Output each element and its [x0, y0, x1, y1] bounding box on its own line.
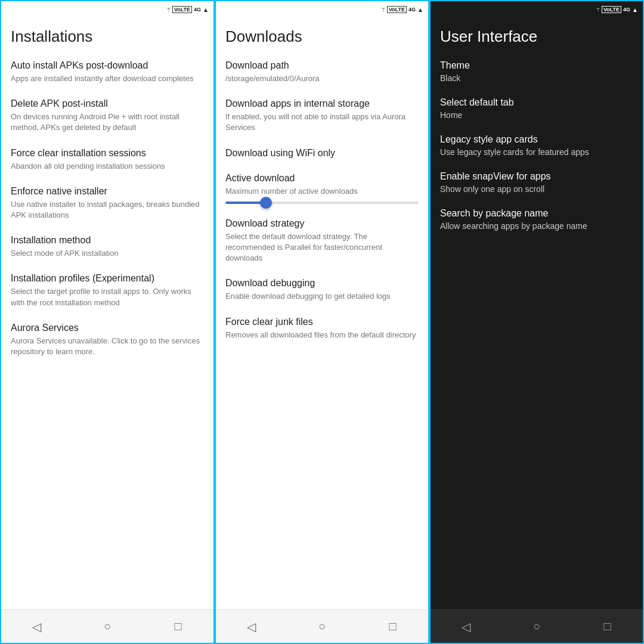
search-package-title: Search by package name	[440, 208, 633, 219]
auto-install-setting[interactable]: Auto install APKs post-download Apps are…	[11, 60, 204, 84]
delete-apk-title: Delete APK post-install	[11, 98, 204, 109]
wifi-icon-2: ⍑	[382, 7, 385, 13]
auto-install-title: Auto install APKs post-download	[11, 60, 204, 71]
aurora-services-setting[interactable]: Aurora Services Aurora Services unavaila…	[11, 323, 204, 357]
wifi-only-title: Download using WiFi only	[225, 148, 419, 159]
enforce-native-desc: Use native installer to install packages…	[11, 199, 204, 221]
nav-bar-installations: ◁ ○ □	[1, 609, 213, 643]
internal-storage-desc: If enabled, you will not able to install…	[225, 112, 419, 133]
default-tab-setting[interactable]: Select default tab Home	[440, 97, 633, 120]
force-clear-junk-desc: Removes all downloaded files from the de…	[225, 330, 419, 340]
download-path-title: Download path	[225, 60, 419, 71]
internal-storage-setting[interactable]: Download apps in internal storage If ena…	[225, 98, 419, 133]
ui-panel: ⍑ VoLTE 4G ▲ User Interface Theme Black …	[429, 0, 644, 644]
active-download-title: Active download	[225, 173, 419, 184]
aurora-services-title: Aurora Services	[11, 323, 204, 333]
install-profiles-desc: Select the target profile to install app…	[11, 286, 204, 308]
status-icons-downloads: ⍑ VoLTE 4G ▲	[382, 6, 423, 13]
signal-icon-2: ▲	[417, 7, 423, 13]
force-clear-junk-title: Force clear junk files	[225, 317, 419, 327]
snapview-subtitle: Show only one app on scroll	[440, 184, 633, 194]
home-button-installations[interactable]: ○	[95, 615, 119, 639]
network-4g-2: 4G	[408, 7, 416, 13]
signal-icon: ▲	[203, 7, 209, 13]
download-strategy-desc: Select the default download strategy. Th…	[225, 231, 419, 264]
status-icons: ⍑ VoLTE 4G ▲	[167, 6, 209, 13]
back-button-ui[interactable]: ◁	[454, 615, 478, 639]
downloads-panel: ⍑ VoLTE 4G ▲ Downloads Download path /st…	[215, 0, 429, 644]
status-bar-installations: ⍑ VoLTE 4G ▲	[1, 1, 213, 18]
home-button-downloads[interactable]: ○	[310, 615, 334, 639]
downloads-content: Downloads Download path /storage/emulate…	[216, 18, 428, 609]
status-bar-downloads: ⍑ VoLTE 4G ▲	[216, 1, 428, 18]
recent-button-ui[interactable]: □	[596, 615, 620, 639]
downloads-title: Downloads	[225, 27, 419, 46]
recent-button-installations[interactable]: □	[166, 615, 190, 639]
ui-content: User Interface Theme Black Select defaul…	[431, 18, 643, 609]
active-download-slider-container	[225, 202, 419, 204]
download-path-value: /storage/emulated/0/Aurora	[225, 73, 419, 84]
download-debugging-desc: Enable download debugging to get detaile…	[225, 291, 419, 302]
default-tab-subtitle: Home	[440, 110, 633, 120]
install-method-title: Installation method	[11, 235, 204, 246]
snapview-title: Enable snapView for apps	[440, 171, 633, 182]
legacy-cards-setting[interactable]: Legacy style app cards Use legacy style …	[440, 134, 633, 157]
force-clear-sessions-desc: Abandon all old pending installation ses…	[11, 161, 204, 172]
force-clear-sessions-title: Force clear installation sessions	[11, 148, 204, 159]
theme-title: Theme	[440, 60, 633, 71]
nav-bar-downloads: ◁ ○ □	[216, 609, 428, 643]
delete-apk-desc: On devices running Android Pie + with ro…	[11, 112, 204, 133]
back-button-downloads[interactable]: ◁	[239, 615, 263, 639]
volte-badge-3: VoLTE	[602, 6, 621, 13]
force-clear-sessions-setting[interactable]: Force clear installation sessions Abando…	[11, 148, 204, 172]
legacy-cards-title: Legacy style app cards	[440, 134, 633, 145]
network-4g-3: 4G	[623, 7, 630, 13]
nav-bar-ui: ◁ ○ □	[431, 609, 643, 643]
signal-icon-3: ▲	[632, 7, 638, 13]
install-profiles-title: Installation profiles (Experimental)	[11, 273, 204, 284]
installations-title: Installations	[11, 27, 204, 46]
recent-button-downloads[interactable]: □	[381, 615, 405, 639]
install-method-desc: Select mode of APK installation	[11, 248, 204, 259]
enforce-native-title: Enforce native installer	[11, 186, 204, 197]
theme-subtitle: Black	[440, 73, 633, 83]
status-bar-ui: ⍑ VoLTE 4G ▲	[431, 1, 643, 18]
theme-setting[interactable]: Theme Black	[440, 60, 633, 83]
ui-title: User Interface	[440, 27, 633, 46]
slider-fill	[225, 202, 264, 204]
slider-thumb[interactable]	[260, 197, 272, 209]
download-debugging-setting[interactable]: Download debugging Enable download debug…	[225, 278, 419, 302]
volte-badge: VoLTE	[172, 6, 192, 13]
active-download-desc: Maximum number of active downloads	[225, 186, 419, 197]
install-method-setting[interactable]: Installation method Select mode of APK i…	[11, 235, 204, 259]
network-4g: 4G	[194, 7, 201, 13]
slider-track[interactable]	[225, 202, 419, 204]
status-icons-ui: ⍑ VoLTE 4G ▲	[596, 6, 638, 13]
auto-install-desc: Apps are installed instantly after downl…	[11, 73, 204, 84]
wifi-icon-3: ⍑	[596, 7, 600, 13]
active-download-setting[interactable]: Active download Maximum number of active…	[225, 173, 419, 204]
installations-panel: ⍑ VoLTE 4G ▲ Installations Auto install …	[0, 0, 215, 644]
delete-apk-setting[interactable]: Delete APK post-install On devices runni…	[11, 98, 204, 133]
enforce-native-setting[interactable]: Enforce native installer Use native inst…	[11, 186, 204, 221]
wifi-icon: ⍑	[167, 7, 171, 13]
download-strategy-title: Download strategy	[225, 218, 419, 229]
wifi-only-setting[interactable]: Download using WiFi only	[225, 148, 419, 159]
install-profiles-setting[interactable]: Installation profiles (Experimental) Sel…	[11, 273, 204, 308]
download-debugging-title: Download debugging	[225, 278, 419, 289]
force-clear-junk-setting[interactable]: Force clear junk files Removes all downl…	[225, 317, 419, 340]
internal-storage-title: Download apps in internal storage	[225, 98, 419, 109]
search-package-subtitle: Allow searching apps by package name	[440, 221, 633, 231]
back-button-installations[interactable]: ◁	[24, 615, 48, 639]
volte-badge-2: VoLTE	[387, 6, 407, 13]
download-strategy-setting[interactable]: Download strategy Select the default dow…	[225, 218, 419, 264]
legacy-cards-subtitle: Use legacy style cards for featured apps	[440, 147, 633, 157]
download-path-setting[interactable]: Download path /storage/emulated/0/Aurora	[225, 60, 419, 84]
aurora-services-desc: Aurora Services unavailable. Click to go…	[11, 336, 204, 357]
installations-content: Installations Auto install APKs post-dow…	[1, 18, 213, 609]
default-tab-title: Select default tab	[440, 97, 633, 108]
snapview-setting[interactable]: Enable snapView for apps Show only one a…	[440, 171, 633, 194]
search-package-setting[interactable]: Search by package name Allow searching a…	[440, 208, 633, 231]
home-button-ui[interactable]: ○	[525, 615, 549, 639]
